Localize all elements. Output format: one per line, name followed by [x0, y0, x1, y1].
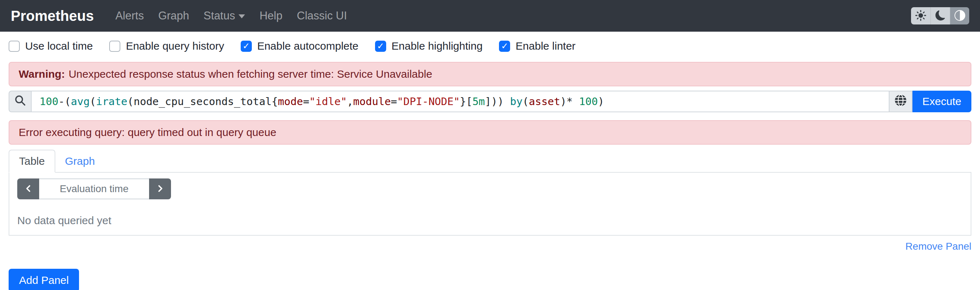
table-tab-content: No data queried yet [9, 173, 971, 236]
nav-item-classic-ui[interactable]: Classic UI [290, 10, 354, 22]
highlighting-checkbox[interactable] [375, 41, 386, 52]
option-query-history[interactable]: Enable query history [109, 40, 224, 52]
warning-message: Unexpected response status when fetching… [68, 68, 432, 80]
option-highlighting[interactable]: Enable highlighting [375, 40, 483, 52]
remove-panel-link[interactable]: Remove Panel [905, 241, 971, 252]
expression-input-group: 100-(avg(irate(node_cpu_seconds_total{mo… [9, 91, 971, 112]
empty-state-message: No data queried yet [17, 215, 963, 227]
moon-icon-button[interactable] [931, 7, 950, 24]
option-label: Enable autocomplete [257, 40, 358, 52]
nav-item-alerts[interactable]: Alerts [108, 10, 151, 22]
option-use-local-time[interactable]: Use local time [9, 40, 93, 52]
tab-graph[interactable]: Graph [55, 151, 105, 172]
nav-item-help[interactable]: Help [252, 10, 290, 22]
option-autocomplete[interactable]: Enable autocomplete [241, 40, 358, 52]
warning-prefix: Warning: [19, 68, 65, 80]
auto-theme-button[interactable] [950, 7, 969, 24]
moon-icon [935, 10, 945, 22]
theme-toggle-group [911, 7, 969, 24]
sun-icon [915, 10, 926, 22]
expression-input[interactable]: 100-(avg(irate(node_cpu_seconds_total{mo… [31, 91, 889, 112]
app-brand[interactable]: Prometheus [11, 8, 94, 24]
add-panel-button[interactable]: Add Panel [9, 269, 79, 290]
navbar: Prometheus Alerts Graph Status Help Clas… [0, 0, 980, 32]
use-local-time-checkbox[interactable] [9, 41, 20, 52]
linter-checkbox[interactable] [499, 41, 510, 52]
execute-button[interactable]: Execute [912, 91, 971, 112]
option-label: Enable highlighting [391, 40, 483, 52]
nav-item-status[interactable]: Status [197, 10, 253, 22]
panel-tabs: Table Graph [9, 149, 971, 173]
light-theme-button[interactable] [911, 7, 931, 24]
nav-item-graph[interactable]: Graph [151, 10, 196, 22]
chevron-right-icon [156, 184, 164, 194]
evaluation-time-stepper [17, 178, 171, 199]
autocomplete-checkbox[interactable] [241, 41, 252, 52]
metrics-explorer-button[interactable] [889, 91, 912, 112]
server-time-warning-alert: Warning:Unexpected response status when … [9, 62, 971, 87]
circle-half-icon [955, 10, 965, 22]
chevron-left-icon [24, 184, 32, 194]
decrease-time-button[interactable] [17, 178, 39, 199]
option-label: Enable linter [515, 40, 576, 52]
search-icon [14, 95, 26, 109]
tab-table[interactable]: Table [9, 150, 55, 173]
evaluation-time-input[interactable] [39, 178, 149, 199]
panel-footer: Remove Panel [9, 240, 971, 252]
option-linter[interactable]: Enable linter [499, 40, 576, 52]
option-label: Enable query history [126, 40, 224, 52]
increase-time-button[interactable] [149, 178, 171, 199]
option-label: Use local time [25, 40, 93, 52]
globe-icon [894, 94, 907, 109]
caret-down-icon [239, 14, 245, 18]
error-message: Error executing query: query timed out i… [19, 126, 276, 139]
search-addon [9, 91, 31, 112]
query-options-row: Use local time Enable query history Enab… [0, 32, 980, 54]
query-error-alert: Error executing query: query timed out i… [9, 120, 971, 145]
query-history-checkbox[interactable] [109, 41, 120, 52]
